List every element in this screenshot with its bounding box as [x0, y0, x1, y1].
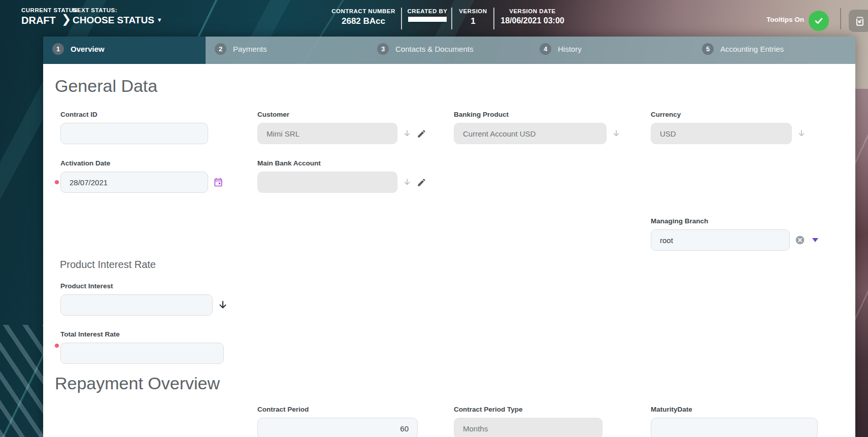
version-date-label: VERSION DATE	[497, 8, 567, 14]
contract-period-field: Contract Period 60	[257, 406, 418, 437]
field-label: Managing Branch	[651, 218, 818, 225]
dropdown-arrow-icon	[612, 129, 621, 138]
dropdown-arrow-dark-icon[interactable]	[218, 300, 228, 310]
caret-down-icon: ▼	[157, 17, 162, 23]
tab-label: History	[558, 45, 582, 53]
field-label: MaturityDate	[651, 406, 818, 413]
managing-branch-field: Managing Branch root	[651, 218, 818, 251]
header-divider	[451, 8, 452, 29]
sim-card-arrow-icon	[853, 14, 866, 27]
managing-branch-input[interactable]: root	[651, 229, 790, 251]
tab-payments[interactable]: 2 Payments	[206, 37, 368, 64]
created-by-value-redacted	[410, 16, 445, 23]
field-label: Activation Date	[60, 160, 223, 167]
product-interest-input[interactable]	[60, 294, 213, 316]
product-interest-field: Product Interest	[60, 283, 228, 316]
clear-x-icon[interactable]	[795, 235, 805, 245]
field-label: Currency	[651, 111, 806, 118]
contract-period-input[interactable]: 60	[257, 418, 418, 437]
tab-number-badge: 4	[540, 43, 551, 55]
version-date-block: VERSION DATE 18/06/2021 03:00	[497, 8, 567, 25]
tab-history[interactable]: 4 History	[530, 37, 693, 64]
field-label: Product Interest	[60, 283, 228, 290]
field-label: Main Bank Account	[257, 160, 426, 167]
header-divider	[401, 8, 402, 29]
version-value: 1	[455, 16, 491, 26]
tab-label: Overview	[71, 45, 105, 53]
currency-input: USD	[651, 123, 792, 144]
repayment-overview-title: Repayment Overview	[55, 374, 220, 393]
check-icon	[813, 15, 824, 26]
field-label: Contract Period	[257, 406, 418, 413]
tab-accounting-entries[interactable]: 5 Accounting Entries	[693, 37, 855, 64]
tab-number-badge: 5	[702, 43, 714, 55]
header-divider	[493, 8, 494, 29]
tab-number-badge: 1	[52, 43, 64, 55]
contract-period-type-field: Contract Period Type Months	[454, 406, 603, 437]
tooltips-label: Tooltips On	[761, 16, 804, 23]
maturity-date-field: MaturityDate	[651, 406, 818, 437]
main-bank-account-field: Main Bank Account	[257, 160, 426, 193]
banking-product-field: Banking Product Current Account USD	[454, 111, 621, 144]
tab-contacts-documents[interactable]: 3 Contacts & Documents	[368, 37, 530, 64]
required-dot	[55, 180, 59, 184]
next-status-label: NEXT STATUS:	[73, 7, 162, 13]
banking-product-input: Current Account USD	[454, 123, 607, 144]
header-divider	[840, 8, 841, 29]
general-data-title: General Data	[55, 76, 157, 96]
created-by-label: CREATED BY	[406, 8, 449, 14]
contract-id-field: Contract ID	[60, 111, 208, 144]
dropdown-arrow-icon	[797, 129, 806, 138]
currency-field: Currency USD	[651, 111, 806, 144]
tooltips-toggle-button[interactable]	[809, 11, 829, 31]
customer-field: Customer Mimi SRL	[257, 111, 426, 144]
activation-date-field: Activation Date 28/07/2021	[60, 160, 223, 193]
next-status-block: NEXT STATUS: CHOOSE STATUS▼	[73, 7, 162, 26]
contract-id-input[interactable]	[60, 123, 208, 144]
activation-date-input[interactable]: 28/07/2021	[60, 172, 208, 193]
calendar-icon[interactable]	[213, 177, 223, 187]
edit-pencil-icon[interactable]	[417, 129, 426, 139]
created-by-block: CREATED BY	[406, 8, 449, 23]
field-label: Contract Period Type	[454, 406, 603, 413]
total-interest-rate-field: Total Interest Rate	[60, 331, 224, 364]
sim-card-export-button[interactable]	[849, 10, 868, 32]
maturity-date-input[interactable]	[651, 418, 818, 437]
field-label: Contract ID	[60, 111, 208, 118]
tab-label: Payments	[233, 45, 267, 53]
required-dot	[55, 344, 59, 348]
main-bank-account-input	[257, 172, 397, 193]
tab-bar: 1 Overview 2 Payments 3 Contacts & Docum…	[43, 37, 855, 64]
tab-label: Accounting Entries	[720, 45, 784, 53]
status-chevron-icon: ❯	[61, 12, 71, 26]
dropdown-arrow-icon	[403, 178, 412, 187]
field-label: Banking Product	[454, 111, 621, 118]
version-block: VERSION 1	[455, 8, 491, 26]
version-label: VERSION	[455, 8, 491, 14]
caret-down-icon[interactable]	[812, 238, 818, 242]
customer-input: Mimi SRL	[257, 123, 397, 144]
tab-overview[interactable]: 1 Overview	[43, 37, 206, 64]
contract-number-label: CONTRACT NUMBER	[323, 8, 404, 14]
dropdown-arrow-icon	[403, 129, 412, 138]
tab-number-badge: 3	[377, 43, 389, 55]
choose-status-dropdown[interactable]: CHOOSE STATUS▼	[73, 15, 162, 26]
background-building	[855, 89, 868, 437]
field-label: Total Interest Rate	[60, 331, 224, 338]
tab-label: Contacts & Documents	[395, 45, 473, 53]
contract-page: CURRENT STATUS: DRAFT ❯ NEXT STATUS: CHO…	[0, 0, 868, 437]
contract-number-value: 2682 BAcc	[323, 16, 404, 26]
total-interest-rate-input[interactable]	[60, 343, 224, 364]
contract-period-type-input: Months	[454, 418, 603, 437]
field-label: Customer	[257, 111, 426, 118]
tab-number-badge: 2	[215, 43, 226, 55]
product-interest-rate-title: Product Interest Rate	[60, 259, 156, 271]
edit-pencil-icon[interactable]	[417, 178, 426, 187]
version-date-value: 18/06/2021 03:00	[497, 16, 567, 25]
contract-number-block: CONTRACT NUMBER 2682 BAcc	[323, 8, 404, 26]
